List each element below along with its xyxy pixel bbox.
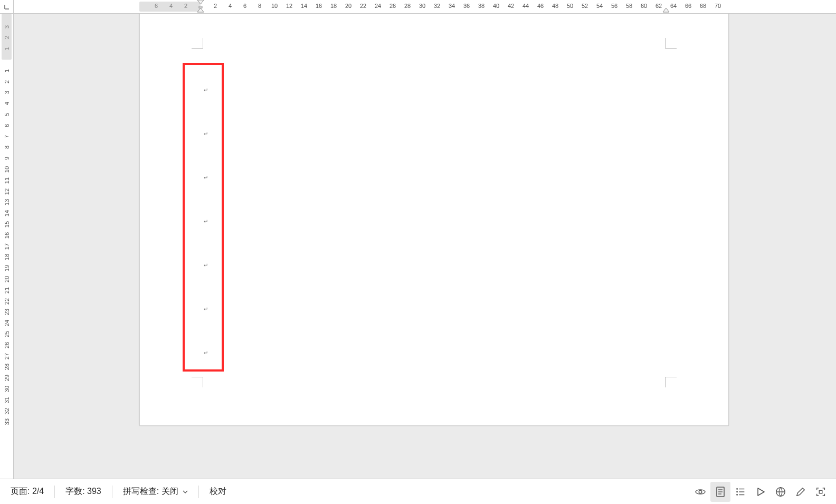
hruler-tick: 36 <box>463 3 470 9</box>
status-page[interactable]: 页面: 2/4 <box>11 486 44 497</box>
vruler-tick: 8 <box>4 146 10 149</box>
ruler-origin-icon <box>4 4 10 10</box>
annotation-highlight-box <box>183 63 224 372</box>
vruler-tick: 24 <box>4 320 10 326</box>
hruler-tick: 32 <box>434 3 440 9</box>
hruler-tick: 42 <box>508 3 514 9</box>
page-view-icon[interactable] <box>710 482 730 502</box>
vruler-tick: 2 <box>4 80 10 83</box>
document-page[interactable] <box>139 14 729 426</box>
paragraph-mark: ↵ <box>204 131 208 137</box>
paragraph-mark: ↵ <box>204 219 208 224</box>
vruler-tick: 3 <box>4 25 10 28</box>
focus-icon[interactable] <box>811 482 831 502</box>
hruler-tick: 16 <box>316 3 322 9</box>
vruler-tick: 26 <box>4 342 10 348</box>
hruler-tick: 30 <box>419 3 425 9</box>
first-line-indent-marker[interactable] <box>197 0 204 6</box>
margin-corner-top-left <box>192 38 203 49</box>
hruler-tick: 34 <box>449 3 455 9</box>
vruler-tick: 33 <box>4 419 10 425</box>
vruler-tick: 20 <box>4 276 10 282</box>
vruler-tick: 32 <box>4 407 10 414</box>
outline-view-icon[interactable] <box>730 482 750 502</box>
paragraph-mark: ↵ <box>204 175 208 180</box>
vruler-tick: 28 <box>4 364 10 370</box>
vruler-tick: 18 <box>4 254 10 260</box>
vruler-tick: 25 <box>4 331 10 337</box>
vruler-tick: 6 <box>4 124 10 127</box>
status-separator <box>198 486 199 498</box>
vruler-tick: 7 <box>4 135 10 138</box>
svg-point-8 <box>736 491 738 492</box>
workspace[interactable]: ↵↵↵↵↵↵↵ <box>14 14 836 479</box>
vruler-tick: 22 <box>4 298 10 304</box>
hruler-tick: 50 <box>567 3 573 9</box>
svg-point-1 <box>699 490 702 493</box>
ruler-corner <box>0 0 14 14</box>
pen-icon[interactable] <box>791 482 811 502</box>
vruler-tick: 17 <box>4 243 10 249</box>
status-proofing[interactable]: 校对 <box>210 486 226 497</box>
right-indent-marker[interactable] <box>662 7 670 14</box>
status-separator <box>112 486 112 498</box>
hruler-tick: 44 <box>522 3 529 9</box>
hruler-tick: 64 <box>670 3 677 9</box>
status-bar: 页面: 2/4 字数: 393 拼写检查: 关闭 校对 <box>0 479 836 504</box>
vruler-tick: 30 <box>4 386 10 392</box>
vertical-ruler[interactable]: 1231234567891011121314151617181920212223… <box>0 14 14 479</box>
hruler-tick: 26 <box>390 3 396 9</box>
vruler-tick: 14 <box>4 210 10 216</box>
play-icon[interactable] <box>750 482 771 502</box>
vruler-tick: 16 <box>4 232 10 239</box>
hruler-tick: 40 <box>493 3 499 9</box>
vruler-tick: 4 <box>4 102 10 105</box>
eye-icon[interactable] <box>690 482 710 502</box>
hruler-tick: 4 <box>169 3 173 9</box>
vruler-tick: 5 <box>4 113 10 116</box>
hruler-tick: 62 <box>656 3 662 9</box>
hruler-tick: 70 <box>715 3 721 9</box>
hruler-tick: 24 <box>375 3 381 9</box>
status-word-count[interactable]: 字数: 393 <box>65 486 101 497</box>
hruler-tick: 6 <box>243 3 246 9</box>
hruler-tick: 14 <box>301 3 307 9</box>
vruler-tick: 15 <box>4 221 10 227</box>
paragraph-mark: ↵ <box>204 263 208 268</box>
hruler-tick: 48 <box>552 3 558 9</box>
vruler-tick: 13 <box>4 199 10 205</box>
hruler-tick: 66 <box>685 3 691 9</box>
status-spellcheck[interactable]: 拼写检查: 关闭 <box>123 486 188 497</box>
margin-corner-top-right <box>665 38 677 49</box>
globe-icon[interactable] <box>771 482 791 502</box>
status-separator <box>54 486 55 498</box>
hruler-tick: 54 <box>596 3 603 9</box>
horizontal-ruler[interactable]: 2462468101214161820222426283032343638404… <box>14 0 836 14</box>
hruler-tick: 10 <box>271 3 278 9</box>
svg-point-10 <box>736 494 738 496</box>
vruler-tick: 3 <box>4 91 10 94</box>
vruler-tick: 10 <box>4 166 10 173</box>
vruler-tick: 1 <box>4 69 10 72</box>
hruler-tick: 60 <box>641 3 647 9</box>
vruler-tick: 2 <box>4 36 10 39</box>
left-indent-marker[interactable] <box>197 6 204 14</box>
vruler-tick: 11 <box>4 177 10 184</box>
vruler-tick: 12 <box>4 188 10 194</box>
hruler-tick: 38 <box>478 3 484 9</box>
hruler-tick: 46 <box>537 3 544 9</box>
svg-rect-0 <box>199 6 202 8</box>
hruler-tick: 8 <box>258 3 261 9</box>
hruler-tick: 12 <box>286 3 292 9</box>
hruler-tick: 20 <box>345 3 352 9</box>
hruler-tick: 58 <box>626 3 632 9</box>
vruler-tick: 21 <box>4 287 10 293</box>
hruler-tick: 2 <box>214 3 217 9</box>
vruler-tick: 1 <box>4 47 10 50</box>
hruler-tick: 68 <box>700 3 706 9</box>
svg-point-6 <box>736 488 738 490</box>
vruler-tick: 23 <box>4 309 10 315</box>
vruler-tick: 19 <box>4 265 10 271</box>
vruler-tick: 31 <box>4 397 10 403</box>
hruler-tick: 6 <box>155 3 158 9</box>
